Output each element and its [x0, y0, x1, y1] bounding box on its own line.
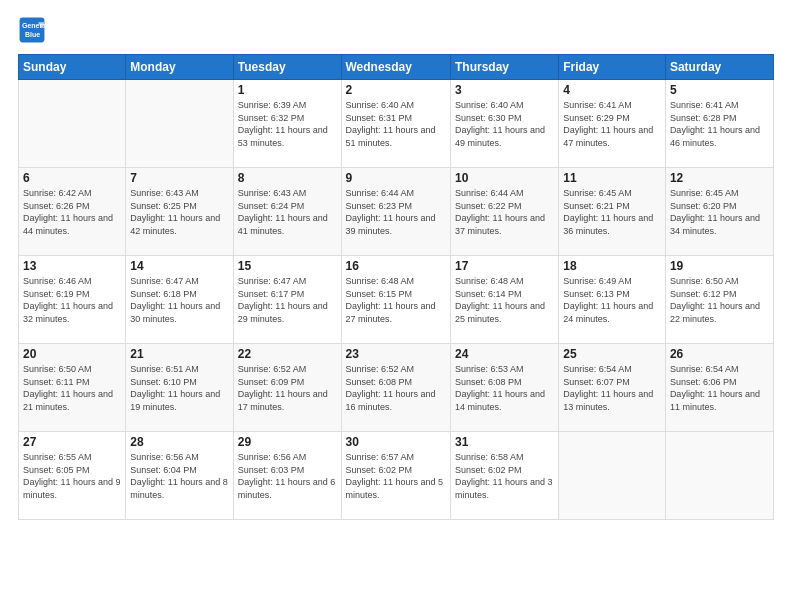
day-info: Sunrise: 6:39 AM Sunset: 6:32 PM Dayligh… — [238, 99, 337, 149]
calendar-cell: 2Sunrise: 6:40 AM Sunset: 6:31 PM Daylig… — [341, 80, 450, 168]
day-info: Sunrise: 6:41 AM Sunset: 6:28 PM Dayligh… — [670, 99, 769, 149]
day-number: 26 — [670, 347, 769, 361]
day-info: Sunrise: 6:43 AM Sunset: 6:25 PM Dayligh… — [130, 187, 228, 237]
day-number: 17 — [455, 259, 554, 273]
page-header: General Blue — [18, 16, 774, 44]
header-monday: Monday — [126, 55, 233, 80]
day-info: Sunrise: 6:57 AM Sunset: 6:02 PM Dayligh… — [346, 451, 446, 501]
calendar-page: General Blue SundayMondayTuesdayWednesda… — [0, 0, 792, 612]
day-info: Sunrise: 6:44 AM Sunset: 6:23 PM Dayligh… — [346, 187, 446, 237]
calendar-cell: 26Sunrise: 6:54 AM Sunset: 6:06 PM Dayli… — [665, 344, 773, 432]
calendar-cell: 11Sunrise: 6:45 AM Sunset: 6:21 PM Dayli… — [559, 168, 666, 256]
calendar-cell: 25Sunrise: 6:54 AM Sunset: 6:07 PM Dayli… — [559, 344, 666, 432]
day-info: Sunrise: 6:55 AM Sunset: 6:05 PM Dayligh… — [23, 451, 121, 501]
day-number: 15 — [238, 259, 337, 273]
calendar-cell: 12Sunrise: 6:45 AM Sunset: 6:20 PM Dayli… — [665, 168, 773, 256]
day-number: 22 — [238, 347, 337, 361]
day-number: 7 — [130, 171, 228, 185]
calendar-cell: 5Sunrise: 6:41 AM Sunset: 6:28 PM Daylig… — [665, 80, 773, 168]
day-number: 8 — [238, 171, 337, 185]
day-number: 28 — [130, 435, 228, 449]
calendar-cell: 14Sunrise: 6:47 AM Sunset: 6:18 PM Dayli… — [126, 256, 233, 344]
day-number: 29 — [238, 435, 337, 449]
day-number: 25 — [563, 347, 661, 361]
day-number: 10 — [455, 171, 554, 185]
day-number: 23 — [346, 347, 446, 361]
day-number: 9 — [346, 171, 446, 185]
header-friday: Friday — [559, 55, 666, 80]
day-info: Sunrise: 6:48 AM Sunset: 6:14 PM Dayligh… — [455, 275, 554, 325]
day-info: Sunrise: 6:52 AM Sunset: 6:09 PM Dayligh… — [238, 363, 337, 413]
calendar-cell: 6Sunrise: 6:42 AM Sunset: 6:26 PM Daylig… — [19, 168, 126, 256]
day-number: 5 — [670, 83, 769, 97]
calendar-cell: 27Sunrise: 6:55 AM Sunset: 6:05 PM Dayli… — [19, 432, 126, 520]
calendar-cell — [19, 80, 126, 168]
calendar-table: SundayMondayTuesdayWednesdayThursdayFrid… — [18, 54, 774, 520]
header-tuesday: Tuesday — [233, 55, 341, 80]
day-number: 3 — [455, 83, 554, 97]
day-info: Sunrise: 6:44 AM Sunset: 6:22 PM Dayligh… — [455, 187, 554, 237]
day-info: Sunrise: 6:40 AM Sunset: 6:31 PM Dayligh… — [346, 99, 446, 149]
calendar-header-row: SundayMondayTuesdayWednesdayThursdayFrid… — [19, 55, 774, 80]
header-wednesday: Wednesday — [341, 55, 450, 80]
day-number: 16 — [346, 259, 446, 273]
calendar-cell — [559, 432, 666, 520]
calendar-cell: 3Sunrise: 6:40 AM Sunset: 6:30 PM Daylig… — [450, 80, 558, 168]
day-info: Sunrise: 6:52 AM Sunset: 6:08 PM Dayligh… — [346, 363, 446, 413]
calendar-week-2: 6Sunrise: 6:42 AM Sunset: 6:26 PM Daylig… — [19, 168, 774, 256]
calendar-cell: 18Sunrise: 6:49 AM Sunset: 6:13 PM Dayli… — [559, 256, 666, 344]
day-number: 19 — [670, 259, 769, 273]
day-info: Sunrise: 6:53 AM Sunset: 6:08 PM Dayligh… — [455, 363, 554, 413]
calendar-cell: 29Sunrise: 6:56 AM Sunset: 6:03 PM Dayli… — [233, 432, 341, 520]
calendar-week-4: 20Sunrise: 6:50 AM Sunset: 6:11 PM Dayli… — [19, 344, 774, 432]
day-number: 30 — [346, 435, 446, 449]
day-info: Sunrise: 6:46 AM Sunset: 6:19 PM Dayligh… — [23, 275, 121, 325]
calendar-cell: 10Sunrise: 6:44 AM Sunset: 6:22 PM Dayli… — [450, 168, 558, 256]
calendar-cell: 24Sunrise: 6:53 AM Sunset: 6:08 PM Dayli… — [450, 344, 558, 432]
logo: General Blue — [18, 16, 50, 44]
day-info: Sunrise: 6:54 AM Sunset: 6:07 PM Dayligh… — [563, 363, 661, 413]
day-info: Sunrise: 6:48 AM Sunset: 6:15 PM Dayligh… — [346, 275, 446, 325]
day-info: Sunrise: 6:40 AM Sunset: 6:30 PM Dayligh… — [455, 99, 554, 149]
calendar-week-5: 27Sunrise: 6:55 AM Sunset: 6:05 PM Dayli… — [19, 432, 774, 520]
header-sunday: Sunday — [19, 55, 126, 80]
calendar-week-3: 13Sunrise: 6:46 AM Sunset: 6:19 PM Dayli… — [19, 256, 774, 344]
logo-icon: General Blue — [18, 16, 46, 44]
day-info: Sunrise: 6:51 AM Sunset: 6:10 PM Dayligh… — [130, 363, 228, 413]
calendar-cell: 1Sunrise: 6:39 AM Sunset: 6:32 PM Daylig… — [233, 80, 341, 168]
day-number: 13 — [23, 259, 121, 273]
calendar-cell — [126, 80, 233, 168]
calendar-cell: 16Sunrise: 6:48 AM Sunset: 6:15 PM Dayli… — [341, 256, 450, 344]
day-number: 14 — [130, 259, 228, 273]
calendar-cell — [665, 432, 773, 520]
svg-rect-0 — [20, 18, 45, 43]
calendar-week-1: 1Sunrise: 6:39 AM Sunset: 6:32 PM Daylig… — [19, 80, 774, 168]
day-info: Sunrise: 6:58 AM Sunset: 6:02 PM Dayligh… — [455, 451, 554, 501]
calendar-cell: 17Sunrise: 6:48 AM Sunset: 6:14 PM Dayli… — [450, 256, 558, 344]
day-number: 12 — [670, 171, 769, 185]
calendar-cell: 9Sunrise: 6:44 AM Sunset: 6:23 PM Daylig… — [341, 168, 450, 256]
day-number: 27 — [23, 435, 121, 449]
day-info: Sunrise: 6:42 AM Sunset: 6:26 PM Dayligh… — [23, 187, 121, 237]
day-number: 2 — [346, 83, 446, 97]
day-number: 24 — [455, 347, 554, 361]
day-info: Sunrise: 6:50 AM Sunset: 6:11 PM Dayligh… — [23, 363, 121, 413]
calendar-cell: 19Sunrise: 6:50 AM Sunset: 6:12 PM Dayli… — [665, 256, 773, 344]
day-number: 21 — [130, 347, 228, 361]
calendar-cell: 22Sunrise: 6:52 AM Sunset: 6:09 PM Dayli… — [233, 344, 341, 432]
day-number: 20 — [23, 347, 121, 361]
day-info: Sunrise: 6:50 AM Sunset: 6:12 PM Dayligh… — [670, 275, 769, 325]
calendar-cell: 30Sunrise: 6:57 AM Sunset: 6:02 PM Dayli… — [341, 432, 450, 520]
day-number: 11 — [563, 171, 661, 185]
day-info: Sunrise: 6:47 AM Sunset: 6:18 PM Dayligh… — [130, 275, 228, 325]
day-info: Sunrise: 6:54 AM Sunset: 6:06 PM Dayligh… — [670, 363, 769, 413]
day-number: 6 — [23, 171, 121, 185]
day-info: Sunrise: 6:45 AM Sunset: 6:20 PM Dayligh… — [670, 187, 769, 237]
calendar-cell: 8Sunrise: 6:43 AM Sunset: 6:24 PM Daylig… — [233, 168, 341, 256]
day-info: Sunrise: 6:43 AM Sunset: 6:24 PM Dayligh… — [238, 187, 337, 237]
svg-text:Blue: Blue — [25, 31, 40, 38]
day-number: 1 — [238, 83, 337, 97]
header-saturday: Saturday — [665, 55, 773, 80]
calendar-cell: 7Sunrise: 6:43 AM Sunset: 6:25 PM Daylig… — [126, 168, 233, 256]
calendar-cell: 31Sunrise: 6:58 AM Sunset: 6:02 PM Dayli… — [450, 432, 558, 520]
